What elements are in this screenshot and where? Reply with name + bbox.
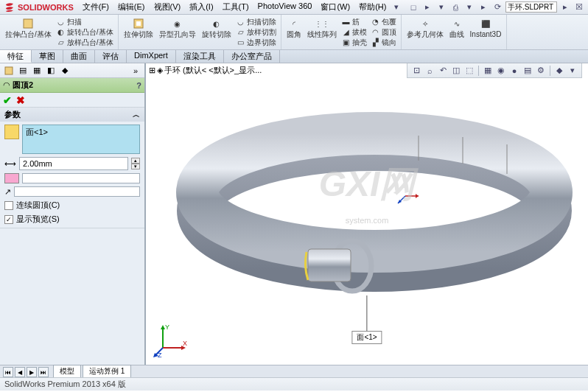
help-icon[interactable]: ▸ <box>477 1 489 13</box>
print-icon[interactable]: ⎙ <box>449 1 461 13</box>
tab-evaluate[interactable]: 评估 <box>95 50 127 63</box>
loft-cut-button[interactable]: ▱放样切割 <box>235 27 278 37</box>
extrude-cut-button[interactable]: 拉伸切除 <box>122 16 155 47</box>
distance-input[interactable] <box>19 157 128 170</box>
dome-feature-icon: ◠ <box>3 80 10 90</box>
save-icon[interactable]: ▾ <box>435 1 447 13</box>
svg-text:X: X <box>183 340 187 347</box>
extrude-boss-button[interactable]: 拉伸凸台/基体 <box>3 16 54 47</box>
menu-bar: SOLIDWORKS 文件(F) 编辑(E) 视图(V) 插入(I) 工具(T)… <box>0 0 588 15</box>
open-icon[interactable]: ▸ <box>421 1 433 13</box>
top-right-tools: □ ▸ ▾ ⎙ ▾ ▸ ⟳ 手环.SLDPRT ▸ ☒ <box>407 1 588 13</box>
viewport[interactable]: ⊞ ◈ 手环 (默认< <默认>_显示... ⊡ ⌕ ↶ ◫ ⬚ ▦ ◉ ● ▤… <box>146 63 588 365</box>
tab-sketch[interactable]: 草图 <box>32 50 63 63</box>
pm-params-section: 参数 ︿ 面<1> ⟷ ▴▾ ↗ <box>0 108 144 228</box>
revolve-boss-button[interactable]: ◐旋转凸台/基体 <box>55 27 115 37</box>
wrap-button[interactable]: ◔包覆 <box>370 16 398 27</box>
checkbox-preview[interactable]: ✓ <box>4 215 13 224</box>
callout-label[interactable]: 面<1> <box>351 331 382 344</box>
menu-file[interactable]: 文件(F) <box>78 0 113 14</box>
extra-icon[interactable]: ☒ <box>573 1 585 13</box>
expand-icon[interactable]: » <box>130 65 141 77</box>
sweep-button[interactable]: ◡扫描 <box>55 16 115 27</box>
triad-icon[interactable]: Y X Z <box>152 322 189 359</box>
draft-button[interactable]: ◢拔模 <box>340 27 368 37</box>
direction-icon[interactable]: ↗ <box>4 187 11 197</box>
pm-icon[interactable]: ▤ <box>17 65 29 77</box>
ref-geom-button[interactable]: ✧参考几何体 <box>405 16 446 39</box>
svg-rect-3 <box>5 67 13 74</box>
ok-button[interactable]: ✔ <box>3 94 12 106</box>
loft-button[interactable]: ▱放样凸台/基体 <box>55 37 115 47</box>
tab-surfaces[interactable]: 曲面 <box>63 50 95 63</box>
rebuild-icon[interactable]: ⟳ <box>491 1 503 13</box>
checkbox-continuous[interactable] <box>4 201 13 210</box>
menu-insert[interactable]: 插入(I) <box>185 0 217 14</box>
fm-tree-icon[interactable] <box>3 65 15 77</box>
nav-next-icon[interactable]: ▶ <box>27 367 37 377</box>
menu-edit[interactable]: 编辑(E) <box>113 0 150 14</box>
nav-first-icon[interactable]: ⏮ <box>3 367 13 377</box>
pm-header: ◠ 圆顶2 ? <box>0 78 144 93</box>
menu-list: 文件(F) 编辑(E) 视图(V) 插入(I) 工具(T) PhotoView … <box>78 0 391 14</box>
nav-prev-icon[interactable]: ◀ <box>15 367 25 377</box>
color-swatch-pink[interactable] <box>4 173 19 183</box>
tab-motion-study[interactable]: 运动算例 1 <box>83 365 131 377</box>
nav-last-icon[interactable]: ⏭ <box>38 367 49 377</box>
spinner[interactable]: ▴▾ <box>131 158 140 169</box>
pm-confirm-row: ✔ ✖ <box>0 93 144 108</box>
tab-model[interactable]: 模型 <box>53 365 81 377</box>
search-icon[interactable]: ▸ <box>559 1 571 13</box>
color-field-1[interactable] <box>22 173 140 183</box>
selection-box[interactable]: 面<1> <box>22 125 140 154</box>
tab-dimxpert[interactable]: DimXpert <box>127 50 176 63</box>
filename-box[interactable]: 手环.SLDPRT <box>505 1 557 13</box>
menu-help[interactable]: 帮助(H) <box>354 0 391 14</box>
hole-wizard-button[interactable]: ◉异型孔向导 <box>157 16 198 47</box>
linear-pattern-button[interactable]: ⋮⋮线性阵列 <box>305 16 339 47</box>
config-icon[interactable]: ▦ <box>31 65 43 77</box>
tab-features[interactable]: 特征 <box>0 50 32 63</box>
pm-help-icon[interactable]: ? <box>136 81 141 90</box>
app-logo: SOLIDWORKS <box>0 1 78 13</box>
tab-render[interactable]: 渲染工具 <box>176 50 224 63</box>
section-heading[interactable]: 参数 ︿ <box>0 108 144 122</box>
menu-view[interactable]: 视图(V) <box>150 0 186 14</box>
options-icon[interactable]: ▾ <box>463 1 475 13</box>
ribbon-tabs: 特征 草图 曲面 评估 DimXpert 渲染工具 办公室产品 <box>0 50 588 63</box>
pm-title: 圆顶2 <box>13 80 33 91</box>
menu-tools[interactable]: 工具(T) <box>218 0 253 14</box>
menu-photoview[interactable]: PhotoView 360 <box>253 0 317 14</box>
dim-icon[interactable]: ◧ <box>45 65 57 77</box>
distance-icon: ⟷ <box>4 159 16 169</box>
dropdown-icon[interactable]: ▾ <box>391 1 402 13</box>
svg-rect-7 <box>308 249 351 281</box>
render-icon[interactable]: ◆ <box>59 65 71 77</box>
rib-button[interactable]: ▬筋 <box>340 16 368 27</box>
status-bar: SolidWorks Premium 2013 x64 版 <box>0 377 588 391</box>
curves-button[interactable]: ∿曲线 <box>447 16 466 39</box>
mirror-button[interactable]: ▞镜向 <box>370 37 398 47</box>
instant3d-button[interactable]: ⬛Instant3D <box>468 16 504 39</box>
sweep-cut-button[interactable]: ◡扫描切除 <box>235 16 278 27</box>
chk-preview[interactable]: ✓ 显示预览(S) <box>4 214 140 225</box>
svg-text:Y: Y <box>165 323 169 331</box>
chk-continuous[interactable]: 连续圆顶(C) <box>4 200 140 211</box>
ribbon-group-boss: 拉伸凸台/基体 ◡扫描 ◐旋转凸台/基体 ▱放样凸台/基体 <box>0 15 119 49</box>
revolve-cut-button[interactable]: ◐旋转切除 <box>200 16 234 47</box>
menu-window[interactable]: 窗口(W) <box>316 0 354 14</box>
cancel-button[interactable]: ✖ <box>16 94 25 106</box>
chevron-up-icon: ︿ <box>133 110 140 120</box>
fillet-button[interactable]: ◜圆角 <box>284 16 304 47</box>
distance-row: ⟷ ▴▾ <box>4 157 140 170</box>
svg-marker-12 <box>416 194 419 198</box>
boundary-cut-button[interactable]: ▭边界切除 <box>235 37 278 47</box>
shell-button[interactable]: ▣抽壳 <box>340 37 368 47</box>
new-icon[interactable]: □ <box>407 1 419 13</box>
color-field-2[interactable] <box>14 186 140 197</box>
dome-button[interactable]: ◠圆顶 <box>370 27 398 37</box>
property-manager-panel: ▤ ▦ ◧ ◆ » ◠ 圆顶2 ? ✔ ✖ 参数 ︿ 面<1> <box>0 63 146 365</box>
ribbon-group-features: ◜圆角 ⋮⋮线性阵列 ▬筋 ◢拔模 ▣抽壳 ◔包覆 ◠圆顶 ▞镜向 <box>281 15 402 49</box>
svg-rect-0 <box>24 19 32 28</box>
tab-office[interactable]: 办公室产品 <box>224 50 280 63</box>
